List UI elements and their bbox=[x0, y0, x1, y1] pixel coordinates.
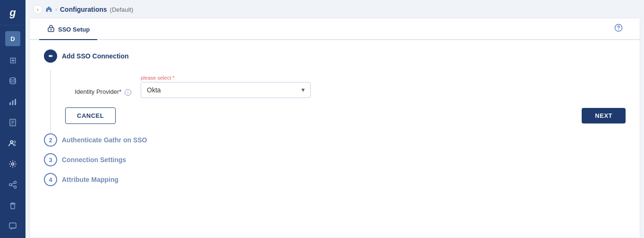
placeholder-label: please select * bbox=[141, 75, 311, 81]
svg-point-10 bbox=[12, 163, 14, 165]
step4-title: Attribute Mapping bbox=[62, 176, 119, 183]
step2-row: 2 Authenticate Gathr on SSO bbox=[44, 133, 626, 147]
breadcrumb-subtitle: (Default) bbox=[110, 6, 134, 13]
tab-bar: SSO Setup bbox=[30, 18, 640, 40]
settings-icon[interactable] bbox=[0, 154, 25, 174]
page-body: ✏ Add SSO Connection Identity Provider* … bbox=[30, 40, 640, 238]
home-icon[interactable] bbox=[45, 6, 52, 14]
identity-provider-row: Identity Provider* i please select * Okt… bbox=[65, 75, 626, 98]
step2-icon: 2 bbox=[44, 133, 57, 147]
sso-setup-tab[interactable]: SSO Setup bbox=[39, 18, 97, 40]
svg-point-22 bbox=[618, 29, 619, 30]
info-icon[interactable]: i bbox=[125, 89, 131, 96]
step2-title: Authenticate Gathr on SSO bbox=[62, 136, 147, 144]
main-area: ‹ › Configurations (Default) SSO Setup bbox=[25, 0, 644, 238]
step4-row: 4 Attribute Mapping bbox=[44, 173, 626, 186]
grid-icon[interactable]: ⊞ bbox=[0, 50, 25, 71]
sidebar-collapse-button[interactable]: ‹ bbox=[33, 5, 42, 14]
sidebar: g D ⊞ bbox=[0, 0, 25, 238]
svg-rect-18 bbox=[9, 223, 16, 228]
database-icon[interactable] bbox=[0, 71, 25, 91]
sso-tab-icon bbox=[47, 24, 55, 34]
people-icon[interactable] bbox=[0, 133, 25, 154]
svg-rect-3 bbox=[15, 99, 16, 105]
svg-line-15 bbox=[11, 185, 14, 187]
identity-provider-select-wrapper: Okta Azure AD Google SAML LDAP ▼ bbox=[141, 82, 311, 98]
chat-icon[interactable] bbox=[0, 216, 25, 237]
svg-point-13 bbox=[14, 186, 17, 189]
svg-point-0 bbox=[10, 78, 16, 80]
chart-icon[interactable] bbox=[0, 91, 25, 112]
breadcrumb: ‹ › Configurations (Default) bbox=[25, 0, 644, 14]
step1-icon: ✏ bbox=[44, 49, 57, 63]
svg-point-12 bbox=[14, 181, 17, 184]
cancel-button[interactable]: CANCEL bbox=[65, 107, 116, 124]
help-icon[interactable] bbox=[607, 19, 630, 39]
integrations-icon[interactable] bbox=[0, 174, 25, 195]
reports-icon[interactable] bbox=[0, 112, 25, 133]
svg-point-11 bbox=[9, 184, 12, 186]
step3-icon: 3 bbox=[44, 153, 57, 166]
next-button[interactable]: NEXT bbox=[582, 108, 626, 123]
step3-title: Connection Settings bbox=[62, 156, 126, 164]
step1-header: ✏ Add SSO Connection bbox=[44, 49, 626, 63]
breadcrumb-title: Configurations bbox=[60, 6, 107, 13]
step3-row: 3 Connection Settings bbox=[44, 153, 626, 166]
app-logo: g bbox=[0, 0, 25, 25]
svg-point-20 bbox=[51, 29, 52, 31]
svg-rect-2 bbox=[12, 100, 14, 105]
step1-title: Add SSO Connection bbox=[62, 52, 129, 60]
identity-provider-label: Identity Provider* i bbox=[65, 75, 131, 96]
content-area: SSO Setup ✏ Add SSO Connection Identity … bbox=[29, 18, 640, 238]
identity-provider-select[interactable]: Okta Azure AD Google SAML LDAP bbox=[141, 82, 311, 98]
action-row: CANCEL NEXT bbox=[65, 107, 626, 124]
sso-tab-label: SSO Setup bbox=[58, 26, 90, 33]
svg-point-8 bbox=[10, 141, 13, 143]
svg-line-14 bbox=[11, 183, 14, 184]
step4-icon: 4 bbox=[44, 173, 57, 186]
svg-point-9 bbox=[14, 141, 16, 143]
step1-content: Identity Provider* i please select * Okt… bbox=[50, 70, 626, 133]
svg-rect-16 bbox=[11, 204, 15, 209]
svg-rect-1 bbox=[9, 102, 11, 105]
trash-icon[interactable] bbox=[0, 195, 25, 216]
identity-provider-field-wrapper: please select * Okta Azure AD Google SAM… bbox=[141, 75, 311, 98]
avatar[interactable]: D bbox=[5, 31, 20, 46]
breadcrumb-separator: › bbox=[55, 6, 57, 13]
